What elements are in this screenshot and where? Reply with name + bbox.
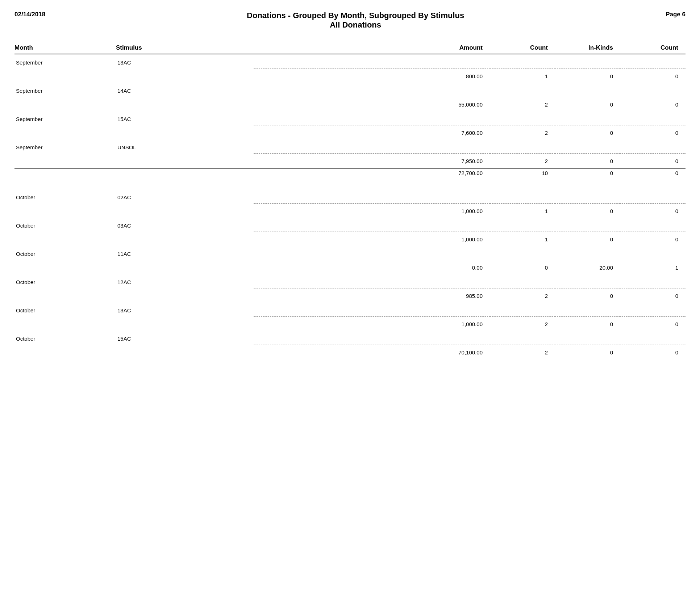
amount-cell: 7,950.00 [254, 158, 490, 164]
report-title-sub: All Donations [45, 20, 666, 30]
column-headers: Month Stimulus Amount Count In-Kinds Cou… [14, 44, 686, 54]
stimulus-cell: 12AC [116, 279, 254, 285]
stimulus-cell: 11AC [116, 251, 254, 257]
month-cell: September [14, 144, 116, 150]
page-number: Page 6 [666, 11, 686, 18]
amount-cell: 1,000.00 [254, 236, 490, 242]
count-cell: 2 [490, 349, 555, 356]
report-title: Donations - Grouped By Month, Subgrouped… [45, 11, 666, 30]
stimulus-cell: 02AC [116, 194, 254, 200]
inkinds-cell: 0 [555, 236, 620, 242]
month-cell: September [14, 88, 116, 94]
inkinds-cell: 0 [555, 158, 620, 164]
inkinds-cell: 0 [555, 101, 620, 108]
count-cell: 2 [490, 130, 555, 136]
count-cell: 1 [490, 236, 555, 242]
table-row: 7,950.00 2 0 0 [14, 154, 686, 167]
count-cell: 0 [490, 265, 555, 271]
amount-cell: 0.00 [254, 265, 490, 271]
inkinds-cell: 0 [555, 349, 620, 356]
col-stimulus: Stimulus [116, 44, 254, 51]
amount-cell: 70,100.00 [254, 349, 490, 356]
count-cell: 2 [490, 158, 555, 164]
table-row: 1,000.00 1 0 0 [14, 233, 686, 246]
month-cell: September [14, 59, 116, 66]
month-cell: September [14, 116, 116, 122]
dashed-divider [14, 67, 686, 69]
dashed-divider [14, 230, 686, 232]
table-row: September 13AC [14, 54, 686, 66]
table-row: October 13AC [14, 302, 686, 314]
table-row: September 15AC [14, 111, 686, 123]
table-row: October 12AC [14, 274, 686, 286]
dashed-divider [14, 287, 686, 288]
inkinds-cell: 20.00 [555, 265, 620, 271]
col-count1: Count [490, 44, 555, 51]
subtotal-count2: 0 [620, 170, 686, 176]
col-inkinds: In-Kinds [555, 44, 620, 51]
stimulus-cell: 15AC [116, 116, 254, 122]
amount-cell: 55,000.00 [254, 101, 490, 108]
dashed-divider [14, 124, 686, 125]
month-cell: October [14, 279, 116, 285]
table-row: 0.00 0 20.00 1 [14, 261, 686, 274]
table-row: 7,600.00 2 0 0 [14, 126, 686, 139]
count2-cell: 0 [620, 158, 686, 164]
dashed-divider [14, 95, 686, 97]
count2-cell: 0 [620, 73, 686, 79]
inkinds-cell: 0 [555, 293, 620, 299]
stimulus-cell: 14AC [116, 88, 254, 94]
col-count2: Count [620, 44, 686, 51]
month-cell: October [14, 251, 116, 257]
inkinds-cell: 0 [555, 73, 620, 79]
count2-cell: 0 [620, 208, 686, 214]
count2-cell: 0 [620, 236, 686, 242]
data-table: Month Stimulus Amount Count In-Kinds Cou… [14, 44, 686, 359]
inkinds-cell: 0 [555, 321, 620, 327]
stimulus-cell: 15AC [116, 336, 254, 342]
subtotal-count: 10 [490, 170, 555, 176]
count-cell: 2 [490, 321, 555, 327]
dashed-divider [14, 202, 686, 204]
stimulus-cell: 13AC [116, 307, 254, 313]
table-row: October 03AC [14, 217, 686, 229]
subtotal-amount: 72,700.00 [254, 170, 490, 176]
count-cell: 2 [490, 101, 555, 108]
col-month: Month [14, 44, 116, 51]
inkinds-cell: 0 [555, 130, 620, 136]
table-row: 70,100.00 2 0 0 [14, 346, 686, 359]
count2-cell: 0 [620, 349, 686, 356]
count2-cell: 1 [620, 265, 686, 271]
table-row: September 14AC [14, 83, 686, 95]
col-amount: Amount [254, 44, 490, 51]
table-row: October 11AC [14, 246, 686, 258]
dashed-divider [14, 258, 686, 260]
amount-cell: 7,600.00 [254, 130, 490, 136]
stimulus-cell: UNSOL [116, 144, 254, 150]
count-cell: 2 [490, 293, 555, 299]
month-cell: October [14, 223, 116, 229]
count-cell: 1 [490, 208, 555, 214]
dashed-divider [14, 315, 686, 317]
amount-cell: 985.00 [254, 293, 490, 299]
subtotal-inkinds: 0 [555, 170, 620, 176]
count2-cell: 0 [620, 321, 686, 327]
table-row: September UNSOL [14, 139, 686, 151]
subtotal-row: 72,700.00 10 0 0 [14, 168, 686, 176]
stimulus-cell: 13AC [116, 59, 254, 66]
inkinds-cell: 0 [555, 208, 620, 214]
table-row: 800.00 1 0 0 [14, 70, 686, 83]
table-row: October 02AC [14, 189, 686, 201]
month-cell: October [14, 307, 116, 313]
table-row: 55,000.00 2 0 0 [14, 98, 686, 111]
count2-cell: 0 [620, 293, 686, 299]
table-row: 985.00 2 0 0 [14, 289, 686, 302]
count2-cell: 0 [620, 130, 686, 136]
report-date: 02/14/2018 [14, 11, 45, 18]
amount-cell: 1,000.00 [254, 321, 490, 327]
table-row: 1,000.00 1 0 0 [14, 204, 686, 217]
dashed-divider [14, 343, 686, 345]
month-cell: October [14, 336, 116, 342]
table-row: 1,000.00 2 0 0 [14, 317, 686, 330]
month-cell: October [14, 194, 116, 200]
